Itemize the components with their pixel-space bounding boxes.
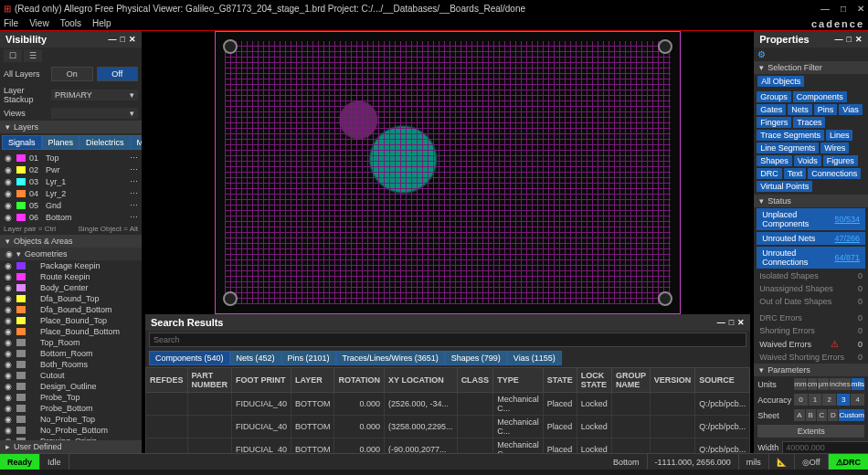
layer-menu-icon[interactable]: ⋯ xyxy=(130,153,138,163)
color-swatch[interactable] xyxy=(16,190,26,197)
filter-chip-lines[interactable]: Lines xyxy=(826,130,853,141)
color-swatch[interactable] xyxy=(16,284,26,291)
status-measure-icon[interactable]: 📐 xyxy=(769,454,795,470)
acc-btns-option[interactable]: 2 xyxy=(822,394,836,406)
column-header[interactable]: TYPE xyxy=(493,368,544,393)
settings-icon[interactable]: ⚙ xyxy=(757,49,766,59)
search-input[interactable] xyxy=(149,332,746,347)
parameters-section-header[interactable]: ▾Parameters xyxy=(754,364,868,376)
all-objects-chip[interactable]: All Objects xyxy=(757,76,804,87)
column-header[interactable]: REFDES xyxy=(146,368,188,393)
column-header[interactable]: LOCK STATE xyxy=(577,368,611,393)
color-swatch[interactable] xyxy=(16,178,26,185)
color-swatch[interactable] xyxy=(16,339,26,346)
panel-minimize-icon[interactable]: — xyxy=(835,35,843,44)
geometry-row[interactable]: ◉Route Keepin xyxy=(0,271,142,282)
panel-minimize-icon[interactable]: — xyxy=(717,318,725,327)
layer-menu-icon[interactable]: ⋯ xyxy=(130,177,138,186)
panel-dock-icon[interactable]: □ xyxy=(847,35,852,44)
eye-icon[interactable]: ◉ xyxy=(4,349,13,358)
column-header[interactable]: LAYER xyxy=(291,368,334,393)
filter-chip-shapes[interactable]: Shapes xyxy=(757,155,792,166)
column-header[interactable]: GROUP NAME xyxy=(611,368,650,393)
filter-chip-vias[interactable]: Vias xyxy=(839,104,862,115)
views-dropdown[interactable]: ▾ xyxy=(51,108,138,119)
color-swatch[interactable] xyxy=(16,372,26,379)
filter-chip-trace-segments[interactable]: Trace Segments xyxy=(757,130,824,141)
layer-menu-icon[interactable]: ⋯ xyxy=(130,165,138,174)
color-swatch[interactable] xyxy=(16,416,26,423)
color-swatch[interactable] xyxy=(16,214,26,221)
geometry-row[interactable]: ◉Both_Rooms xyxy=(0,359,142,370)
color-swatch[interactable] xyxy=(16,317,26,324)
geometry-row[interactable]: ◉No_Probe_Top xyxy=(0,414,142,425)
column-header[interactable]: CLASS xyxy=(457,368,493,393)
column-header[interactable]: FOOT PRINT xyxy=(232,368,291,393)
column-header[interactable]: XY LOCATION xyxy=(385,368,458,393)
all-layers-off-button[interactable]: Off xyxy=(97,67,139,81)
filter-chip-groups[interactable]: Groups xyxy=(757,91,791,102)
selection-filter-header[interactable]: ▾Selection Filter xyxy=(754,61,868,74)
geometry-row[interactable]: ◉Dfa_Bound_Top xyxy=(0,293,142,304)
eye-icon[interactable]: ◉ xyxy=(4,371,13,380)
geometry-row[interactable]: ◉Place_Bound_Bottom xyxy=(0,326,142,337)
eye-icon[interactable]: ◉ xyxy=(4,272,13,281)
geometry-row[interactable]: ◉Probe_Top xyxy=(0,392,142,403)
layer-tab-signals[interactable]: Signals xyxy=(2,135,42,150)
table-row[interactable]: FIDUCIAL_40BOTTOM0.000(-90.000,2077...Me… xyxy=(146,438,750,454)
color-swatch[interactable] xyxy=(16,306,26,313)
eye-icon[interactable]: ◉ xyxy=(4,213,13,222)
result-tab[interactable]: Pins (2101) xyxy=(281,351,336,365)
sheet-btns-option[interactable]: D xyxy=(828,409,838,421)
filter-chip-connections[interactable]: Connections xyxy=(808,168,861,179)
view-list-button[interactable]: ☰ xyxy=(24,49,42,62)
status-drc[interactable]: ⚠ DRC xyxy=(829,454,869,470)
menu-view[interactable]: View xyxy=(29,18,49,28)
filter-chip-nets[interactable]: Nets xyxy=(788,104,812,115)
sheet-btns-option[interactable]: B xyxy=(806,409,816,421)
eye-icon[interactable]: ◉ xyxy=(4,316,13,325)
status-units[interactable]: mils xyxy=(739,454,769,470)
result-tab[interactable]: Nets (452) xyxy=(230,351,281,365)
color-swatch[interactable] xyxy=(16,350,26,357)
result-tab[interactable]: Traces/Lines/Wires (3651) xyxy=(336,351,445,365)
layer-row[interactable]: ◉02Pwr⋯ xyxy=(0,164,142,175)
eye-icon[interactable]: ◉ xyxy=(4,261,13,270)
color-swatch[interactable] xyxy=(16,405,26,412)
color-swatch[interactable] xyxy=(16,328,26,335)
table-row[interactable]: FIDUCIAL_40BOTTOM0.000(3258.000,2295...M… xyxy=(146,416,750,438)
layer-row[interactable]: ◉05Gnd⋯ xyxy=(0,199,142,211)
extents-button[interactable]: Extents xyxy=(757,425,864,438)
acc-btns-option[interactable]: 0 xyxy=(794,394,808,406)
layers-section-header[interactable]: ▾Layers xyxy=(0,121,142,133)
units-btns-option[interactable]: cm xyxy=(808,378,818,390)
filter-chip-components[interactable]: Components xyxy=(793,91,847,102)
color-swatch[interactable] xyxy=(16,383,26,390)
eye-icon[interactable]: ◉ xyxy=(4,153,13,163)
eye-icon[interactable]: ◉ xyxy=(4,338,13,347)
geometry-row[interactable]: ◉Bottom_Room xyxy=(0,348,142,359)
filter-chip-line-segments[interactable]: Line Segments xyxy=(757,142,819,153)
units-btns-option[interactable]: μm xyxy=(818,378,828,390)
menu-help[interactable]: Help xyxy=(92,18,111,28)
column-header[interactable]: ROTATION xyxy=(334,368,385,393)
panel-minimize-icon[interactable]: — xyxy=(109,35,117,44)
result-tab[interactable]: Vias (1155) xyxy=(507,351,562,365)
filter-chip-traces[interactable]: Traces xyxy=(793,117,825,128)
eye-icon[interactable]: ◉ xyxy=(4,177,13,186)
eye-icon[interactable]: ◉ xyxy=(4,189,13,198)
color-swatch[interactable] xyxy=(16,202,26,209)
eye-icon[interactable]: ◉ xyxy=(4,165,13,174)
close-window-button[interactable]: ✕ xyxy=(857,4,864,14)
filter-chip-fingers[interactable]: Fingers xyxy=(757,117,791,128)
layer-row[interactable]: ◉06Bottom⋯ xyxy=(0,211,142,223)
layer-menu-icon[interactable]: ⋯ xyxy=(130,213,138,222)
column-header[interactable]: VERSION xyxy=(650,368,695,393)
filter-chip-virtual-points[interactable]: Virtual Points xyxy=(757,181,812,192)
layer-tab-planes[interactable]: Planes xyxy=(42,135,80,150)
unrouted-nets-label[interactable]: Unrouted Nets xyxy=(762,234,815,243)
sheet-btns-option[interactable]: C xyxy=(817,409,827,421)
layer-row[interactable]: ◉01Top⋯ xyxy=(0,152,142,164)
user-defined-header[interactable]: ▸User Defined xyxy=(0,440,142,453)
color-swatch[interactable] xyxy=(16,262,26,269)
